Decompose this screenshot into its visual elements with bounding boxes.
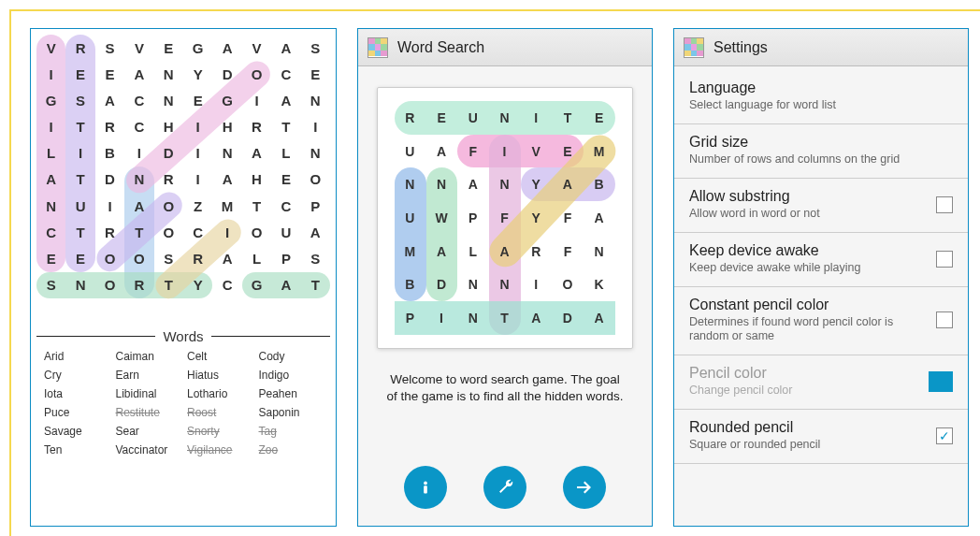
grid-cell[interactable]: A	[584, 201, 615, 235]
grid-cell[interactable]: D	[426, 268, 458, 302]
grid-cell[interactable]: B	[395, 268, 426, 302]
grid-cell[interactable]: W	[426, 201, 458, 235]
grid-cell[interactable]: F	[489, 201, 521, 235]
grid-cell[interactable]: A	[124, 61, 153, 87]
grid-cell[interactable]: R	[95, 219, 124, 245]
grid-cell[interactable]: D	[553, 301, 584, 335]
grid-cell[interactable]: O	[95, 245, 124, 271]
play-button[interactable]	[563, 466, 606, 509]
grid-cell[interactable]: A	[584, 301, 615, 335]
grid-cell[interactable]: I	[521, 268, 553, 302]
grid-cell[interactable]: C	[212, 272, 241, 298]
grid-cell[interactable]: U	[395, 135, 426, 168]
grid-cell[interactable]: N	[124, 167, 153, 193]
letter-grid[interactable]: VRSVEGAVASIEEANYDOCEGSACNEGIANITRCHIHRTI…	[36, 35, 330, 325]
grid-cell[interactable]: D	[95, 167, 124, 193]
grid-cell[interactable]: A	[426, 135, 458, 168]
grid-cell[interactable]: I	[65, 140, 94, 167]
grid-cell[interactable]: O	[242, 219, 271, 245]
settings-button[interactable]	[483, 466, 526, 509]
grid-cell[interactable]: I	[183, 167, 212, 193]
grid-cell[interactable]: P	[271, 245, 300, 271]
grid-cell[interactable]: O	[95, 272, 124, 298]
grid-cell[interactable]: C	[271, 193, 300, 219]
grid-cell[interactable]: Y	[521, 167, 553, 201]
grid-cell[interactable]: T	[242, 193, 271, 219]
grid-cell[interactable]: H	[242, 167, 271, 193]
grid-cell[interactable]: Y	[521, 201, 553, 235]
setting-constcolor[interactable]: Constant pencil colorDetermines if found…	[674, 287, 968, 355]
grid-cell[interactable]: O	[301, 167, 330, 193]
grid-cell[interactable]: N	[489, 101, 521, 135]
grid-cell[interactable]: T	[65, 167, 94, 193]
setting-gridsize[interactable]: Grid sizeNumber of rows and columns on t…	[674, 124, 968, 179]
grid-cell[interactable]: R	[183, 245, 212, 271]
grid-cell[interactable]: N	[584, 235, 615, 268]
setting-substring[interactable]: Allow substringAllow word in word or not	[674, 179, 968, 233]
grid-cell[interactable]: B	[95, 140, 124, 167]
checkbox[interactable]	[936, 196, 953, 213]
grid-cell[interactable]: E	[65, 61, 94, 87]
grid-cell[interactable]: A	[271, 87, 300, 113]
grid-cell[interactable]: N	[301, 140, 330, 167]
grid-cell[interactable]: S	[95, 35, 124, 61]
grid-cell[interactable]: V	[242, 35, 271, 61]
preview-grid[interactable]: REUNITEUAFIVEMNNANYABUWPFYFAMALARFNBDNNI…	[395, 101, 615, 335]
grid-cell[interactable]: P	[395, 301, 426, 335]
grid-cell[interactable]: U	[457, 101, 489, 135]
grid-cell[interactable]: I	[426, 301, 458, 335]
grid-cell[interactable]	[95, 298, 124, 325]
grid-cell[interactable]: N	[212, 140, 241, 167]
grid-cell[interactable]: D	[212, 61, 241, 87]
grid-cell[interactable]: O	[154, 219, 183, 245]
grid-cell[interactable]: T	[154, 272, 183, 298]
grid-cell[interactable]: E	[183, 87, 212, 113]
grid-cell[interactable]: T	[65, 219, 94, 245]
grid-cell[interactable]: A	[212, 245, 241, 271]
grid-cell[interactable]: V	[521, 135, 553, 168]
grid-cell[interactable]: T	[65, 114, 94, 140]
grid-cell[interactable]: Y	[183, 272, 212, 298]
grid-cell[interactable]: F	[553, 235, 584, 268]
setting-rounded[interactable]: Rounded pencilSquare or rounded pencil✓	[674, 410, 968, 464]
grid-cell[interactable]: I	[301, 114, 330, 140]
grid-cell[interactable]: T	[271, 114, 300, 140]
grid-cell[interactable]: I	[489, 135, 521, 168]
grid-cell[interactable]: I	[36, 114, 65, 140]
grid-cell[interactable]: E	[584, 101, 615, 135]
grid-cell[interactable]: A	[521, 301, 553, 335]
color-swatch[interactable]	[929, 371, 953, 392]
grid-cell[interactable]	[154, 298, 183, 325]
grid-cell[interactable]: L	[36, 140, 65, 167]
grid-cell[interactable]: G	[183, 35, 212, 61]
grid-cell[interactable]: O	[124, 245, 153, 271]
grid-cell[interactable]: N	[36, 193, 65, 219]
grid-cell[interactable]: I	[95, 193, 124, 219]
grid-cell[interactable]: Y	[183, 61, 212, 87]
grid-cell[interactable]: C	[271, 61, 300, 87]
grid-cell[interactable]: Z	[183, 193, 212, 219]
grid-cell[interactable]: I	[212, 219, 241, 245]
grid-cell[interactable]: O	[553, 268, 584, 302]
info-button[interactable]	[404, 466, 447, 509]
grid-cell[interactable]: R	[124, 272, 153, 298]
grid-cell[interactable]: E	[301, 61, 330, 87]
grid-cell[interactable]: A	[36, 167, 65, 193]
grid-cell[interactable]: A	[124, 193, 153, 219]
grid-cell[interactable]: A	[426, 235, 458, 268]
grid-cell[interactable]: U	[65, 193, 94, 219]
grid-cell[interactable]: O	[242, 61, 271, 87]
grid-cell[interactable]: N	[301, 87, 330, 113]
grid-cell[interactable]: I	[36, 61, 65, 87]
grid-cell[interactable]: U	[271, 219, 300, 245]
grid-cell[interactable]: C	[36, 219, 65, 245]
grid-cell[interactable]: E	[553, 135, 584, 168]
grid-cell[interactable]: R	[242, 114, 271, 140]
grid-cell[interactable]: E	[95, 61, 124, 87]
grid-cell[interactable]: I	[242, 87, 271, 113]
grid-cell[interactable]: S	[65, 87, 94, 113]
grid-cell[interactable]: G	[36, 87, 65, 113]
grid-cell[interactable]: G	[242, 272, 271, 298]
grid-cell[interactable]: R	[154, 167, 183, 193]
grid-cell[interactable]: T	[553, 101, 584, 135]
